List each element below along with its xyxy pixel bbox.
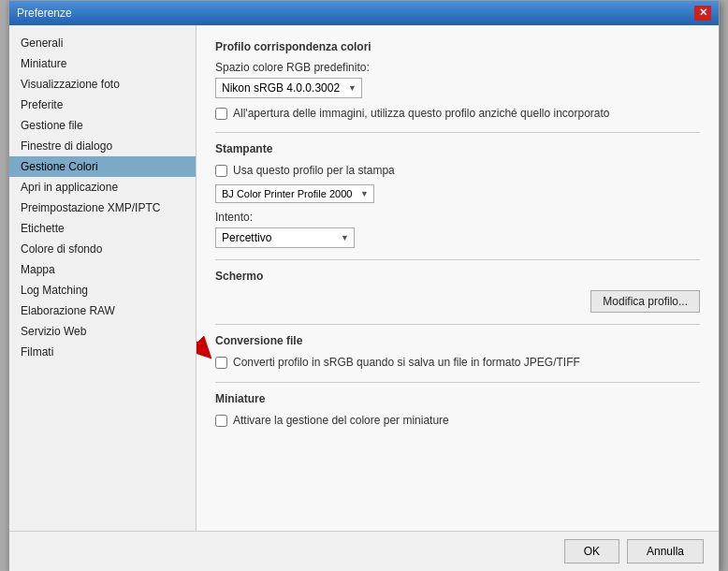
printer-checkbox-row: Usa questo profilo per la stampa	[215, 163, 700, 179]
printer-section: Stampante Usa questo profilo per la stam…	[215, 142, 700, 248]
sidebar-item-mappa[interactable]: Mappa	[9, 259, 196, 280]
annulla-button[interactable]: Annulla	[627, 539, 704, 564]
sidebar-item-servizio-web[interactable]: Servizio Web	[9, 321, 196, 342]
rgb-dropdown[interactable]: Nikon sRGB 4.0.0.3002 sRGB Adobe RGB	[215, 78, 362, 98]
sidebar-item-filmati[interactable]: Filmati	[9, 342, 196, 362]
dialog-footer: OK Annulla	[9, 531, 719, 571]
miniature-checkbox-row: Attivare la gestione del colore per mini…	[215, 413, 700, 429]
sidebar-item-elaborazione-raw[interactable]: Elaborazione RAW	[9, 300, 196, 321]
sidebar-item-log-matching[interactable]: Log Matching	[9, 280, 196, 300]
modifica-profilo-button[interactable]: Modifica profilo...	[590, 290, 700, 313]
sidebar-item-finestre-di-dialogo[interactable]: Finestre di dialogo	[9, 136, 196, 156]
conversione-section: Conversione file Converti profilo in sRG…	[215, 334, 700, 371]
sidebar: GeneraliMiniatureVisualizzazione fotoPre…	[9, 25, 197, 531]
intento-label: Intento:	[215, 211, 700, 224]
preferences-window: Preferenze ✕ GeneraliMiniatureVisualizza…	[8, 0, 720, 571]
color-profile-title: Profilo corrispondenza colori	[215, 40, 700, 53]
open-images-row: All'apertura delle immagini, utilizza qu…	[215, 106, 700, 122]
sidebar-item-colore-di-sfondo[interactable]: Colore di sfondo	[9, 239, 196, 259]
sidebar-item-preimpostazione-xmp/iptc[interactable]: Preimpostazione XMP/IPTC	[9, 198, 196, 218]
printer-checkbox-label: Usa questo profilo per la stampa	[233, 163, 395, 179]
miniature-title: Miniature	[215, 392, 700, 405]
dialog-body: GeneraliMiniatureVisualizzazione fotoPre…	[9, 25, 719, 531]
printer-dropdown-wrap[interactable]: BJ Color Printer Profile 2000	[215, 184, 374, 203]
printer-dropdown[interactable]: BJ Color Printer Profile 2000	[215, 184, 374, 203]
modifica-profilo-row: Modifica profilo...	[215, 290, 700, 313]
color-profile-section: Profilo corrispondenza colori Spazio col…	[215, 40, 700, 122]
close-button[interactable]: ✕	[694, 6, 711, 21]
screen-title: Schermo	[215, 270, 700, 283]
rgb-dropdown-wrap[interactable]: Nikon sRGB 4.0.0.3002 sRGB Adobe RGB	[215, 78, 362, 98]
printer-checkbox[interactable]	[215, 165, 227, 177]
intento-dropdown[interactable]: Percettivo Colorimetrico relativo Satura…	[215, 227, 355, 248]
printer-title: Stampante	[215, 142, 700, 155]
screen-section: Schermo Modifica profilo...	[215, 270, 700, 313]
conversione-checkbox-row: Converti profilo in sRGB quando si salva…	[215, 355, 700, 371]
open-images-label: All'apertura delle immagini, utilizza qu…	[233, 106, 610, 122]
sidebar-item-gestione-colori[interactable]: Gestione Colori	[9, 156, 196, 177]
conversione-label: Converti profilo in sRGB quando si salva…	[233, 355, 580, 371]
ok-button[interactable]: OK	[564, 539, 619, 564]
sidebar-item-gestione-file[interactable]: Gestione file	[9, 115, 196, 136]
window-title: Preferenze	[17, 7, 72, 20]
conversione-checkbox[interactable]	[215, 357, 227, 369]
intento-dropdown-wrap[interactable]: Percettivo Colorimetrico relativo Satura…	[215, 227, 355, 248]
open-images-checkbox[interactable]	[215, 108, 227, 120]
miniature-label: Attivare la gestione del colore per mini…	[233, 413, 449, 429]
svg-line-1	[197, 315, 204, 351]
sidebar-item-preferite[interactable]: Preferite	[9, 95, 196, 115]
red-arrow-icon	[197, 306, 215, 362]
sidebar-item-visualizzazione-foto[interactable]: Visualizzazione foto	[9, 74, 196, 95]
sidebar-item-generali[interactable]: Generali	[9, 33, 196, 53]
sidebar-item-apri-in-applicazione[interactable]: Apri in applicazione	[9, 177, 196, 198]
sidebar-item-miniature[interactable]: Miniature	[9, 53, 196, 74]
intento-row: Intento: Percettivo Colorimetrico relati…	[215, 211, 700, 248]
content-area: Profilo corrispondenza colori Spazio col…	[197, 25, 719, 531]
conversione-title: Conversione file	[215, 334, 700, 347]
miniature-checkbox[interactable]	[215, 415, 227, 427]
title-bar: Preferenze ✕	[9, 1, 719, 25]
rgb-label: Spazio colore RGB predefinito:	[215, 61, 700, 74]
sidebar-item-etichette[interactable]: Etichette	[9, 218, 196, 239]
miniature-section: Miniature Attivare la gestione del color…	[215, 392, 700, 429]
